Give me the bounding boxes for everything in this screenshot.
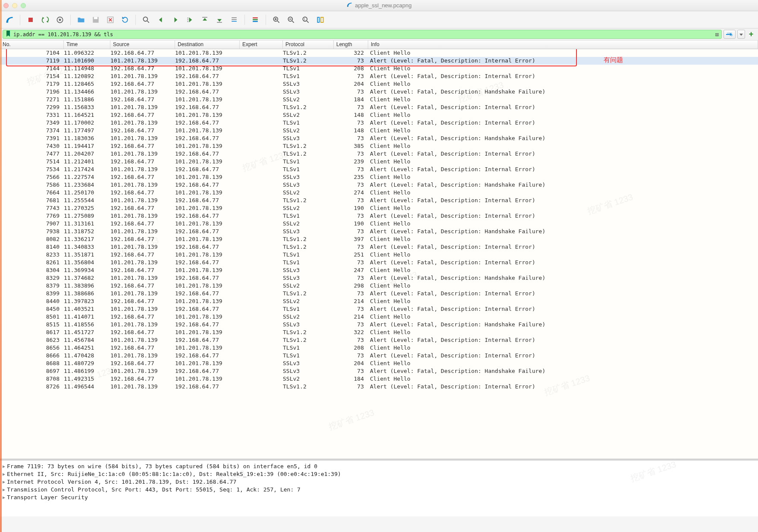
- svg-rect-22: [317, 17, 319, 22]
- filter-add-button[interactable]: +: [747, 30, 755, 39]
- packet-row[interactable]: 719611.134466101.201.78.139192.168.64.77…: [0, 88, 758, 96]
- go-forward-button[interactable]: [169, 14, 182, 26]
- packet-row[interactable]: 766411.250170192.168.64.77101.201.78.139…: [0, 189, 758, 197]
- packet-row[interactable]: 832911.374682101.201.78.139192.168.64.77…: [0, 274, 758, 282]
- packet-row[interactable]: 790711.313161192.168.64.77101.201.78.139…: [0, 220, 758, 228]
- zoom-in-button[interactable]: [270, 14, 282, 26]
- svg-point-2: [59, 19, 61, 21]
- packet-row[interactable]: 830411.369934192.168.64.77101.201.78.139…: [0, 266, 758, 274]
- expand-icon[interactable]: ▶: [1, 487, 7, 492]
- detail-ip[interactable]: ▶Internet Protocol Version 4, Src: 101.2…: [1, 478, 757, 485]
- filter-clear-icon[interactable]: ⊠: [715, 31, 719, 38]
- column-protocol[interactable]: Protocol: [283, 41, 334, 49]
- svg-text:1: 1: [304, 17, 306, 20]
- go-last-button[interactable]: [213, 14, 226, 26]
- packet-row[interactable]: 751411.212401192.168.64.77101.201.78.139…: [0, 158, 758, 166]
- open-file-button[interactable]: [75, 14, 87, 26]
- detail-frame[interactable]: ▶Frame 7119: 73 bytes on wire (584 bits)…: [1, 462, 757, 470]
- find-packet-button[interactable]: [140, 14, 152, 26]
- packet-row[interactable]: 839911.388686101.201.78.139192.168.64.77…: [0, 290, 758, 297]
- packet-row[interactable]: 868811.480729192.168.64.77101.201.78.139…: [0, 360, 758, 367]
- filter-bookmark-icon[interactable]: [6, 31, 11, 38]
- capture-options-button[interactable]: [54, 14, 66, 26]
- packet-row[interactable]: 861711.451727192.168.64.77101.201.78.139…: [0, 329, 758, 336]
- packet-row[interactable]: 862311.456784101.201.78.139192.168.64.77…: [0, 336, 758, 344]
- packet-row[interactable]: 743011.194417192.168.64.77101.201.78.139…: [0, 142, 758, 150]
- packet-row[interactable]: 851511.418556101.201.78.139192.168.64.77…: [0, 321, 758, 329]
- packet-row[interactable]: 739111.183036101.201.78.139192.168.64.77…: [0, 135, 758, 142]
- packet-row[interactable]: 814011.340833101.201.78.139192.168.64.77…: [0, 243, 758, 251]
- column-destination[interactable]: Destination: [175, 41, 240, 49]
- packet-row[interactable]: 727111.151886192.168.64.77101.201.78.139…: [0, 96, 758, 103]
- packet-row[interactable]: 872611.496544101.201.78.139192.168.64.77…: [0, 383, 758, 391]
- packet-row[interactable]: 711911.101690101.201.78.139192.168.64.77…: [0, 57, 758, 65]
- start-capture-button[interactable]: [25, 14, 37, 26]
- expand-icon[interactable]: ▶: [1, 472, 7, 476]
- packet-row[interactable]: 866611.470428101.201.78.139192.168.64.77…: [0, 352, 758, 360]
- packet-row[interactable]: 758611.233684101.201.78.139192.168.64.77…: [0, 181, 758, 189]
- column-no[interactable]: No.: [0, 41, 64, 49]
- packet-row[interactable]: 774311.270325192.168.64.77101.201.78.139…: [0, 204, 758, 212]
- packet-row[interactable]: 776911.275089101.201.78.139192.168.64.77…: [0, 212, 758, 220]
- wireshark-logo-icon[interactable]: [3, 14, 16, 26]
- packet-row[interactable]: 714411.114948192.168.64.77101.201.78.139…: [0, 65, 758, 72]
- column-length[interactable]: Length: [334, 41, 368, 49]
- column-expert[interactable]: Expert: [240, 41, 283, 49]
- expand-icon[interactable]: ▶: [1, 495, 7, 500]
- display-filter-input[interactable]: ip.addr == 101.201.78.139 && tls ⊠: [3, 30, 722, 39]
- packet-row[interactable]: 710411.096322192.168.64.77101.201.78.139…: [0, 49, 758, 57]
- auto-scroll-button[interactable]: [228, 14, 240, 26]
- packet-row[interactable]: 823311.351871192.168.64.77101.201.78.139…: [0, 251, 758, 259]
- zoom-reset-button[interactable]: 1: [300, 14, 312, 26]
- packet-row[interactable]: 837911.383896192.168.64.77101.201.78.139…: [0, 282, 758, 290]
- packet-row[interactable]: 768111.255544101.201.78.139192.168.64.77…: [0, 197, 758, 204]
- restart-capture-button[interactable]: [39, 14, 51, 26]
- column-info[interactable]: Info: [368, 41, 758, 49]
- go-first-button[interactable]: [199, 14, 211, 26]
- expand-icon[interactable]: ▶: [1, 479, 7, 484]
- colorize-button[interactable]: [249, 14, 261, 26]
- packet-row[interactable]: 737411.177497192.168.64.77101.201.78.139…: [0, 127, 758, 135]
- packet-row[interactable]: 793811.318752101.201.78.139192.168.64.77…: [0, 228, 758, 235]
- svg-rect-14: [232, 21, 237, 22]
- packet-row[interactable]: 870811.492315192.168.64.77101.201.78.139…: [0, 375, 758, 383]
- packet-row[interactable]: 753411.217424101.201.78.139192.168.64.77…: [0, 166, 758, 173]
- window-close-button[interactable]: [3, 3, 9, 8]
- filter-apply-button[interactable]: [724, 30, 736, 39]
- packet-row[interactable]: 844011.397823192.168.64.77101.201.78.139…: [0, 297, 758, 305]
- packet-row[interactable]: 808211.336217192.168.64.77101.201.78.139…: [0, 235, 758, 243]
- detail-tls[interactable]: ▶Transport Layer Security: [1, 493, 757, 501]
- packet-row[interactable]: 826111.356804101.201.78.139192.168.64.77…: [0, 259, 758, 266]
- expand-icon[interactable]: ▶: [1, 464, 7, 469]
- window-minimize-button[interactable]: [12, 3, 17, 8]
- packet-row[interactable]: 729911.156833101.201.78.139192.168.64.77…: [0, 103, 758, 111]
- packet-row[interactable]: 865611.464251192.168.64.77101.201.78.139…: [0, 344, 758, 352]
- svg-rect-8: [187, 19, 188, 20]
- column-time[interactable]: Time: [64, 41, 110, 49]
- zoom-out-button[interactable]: [285, 14, 297, 26]
- window-zoom-button[interactable]: [21, 3, 26, 8]
- svg-rect-15: [253, 17, 258, 19]
- close-file-button[interactable]: [104, 14, 116, 26]
- packet-details-pane[interactable]: ▶Frame 7119: 73 bytes on wire (584 bits)…: [0, 460, 758, 516]
- go-back-button[interactable]: [155, 14, 167, 26]
- packet-row[interactable]: 850111.414071192.168.64.77101.201.78.139…: [0, 313, 758, 321]
- packet-row[interactable]: 717911.128465192.168.64.77101.201.78.139…: [0, 80, 758, 88]
- column-source[interactable]: Source: [110, 41, 175, 49]
- packet-row[interactable]: 734911.170002101.201.78.139192.168.64.77…: [0, 119, 758, 127]
- detail-tcp[interactable]: ▶Transmission Control Protocol, Src Port…: [1, 485, 757, 493]
- packet-row[interactable]: 756611.227574192.168.64.77101.201.78.139…: [0, 173, 758, 181]
- packet-row[interactable]: 869711.486199101.201.78.139192.168.64.77…: [0, 367, 758, 375]
- packet-row[interactable]: 747711.204207101.201.78.139192.168.64.77…: [0, 150, 758, 158]
- packet-row[interactable]: 733111.164521192.168.64.77101.201.78.139…: [0, 111, 758, 119]
- go-to-packet-button[interactable]: [184, 14, 196, 26]
- packet-row[interactable]: 845011.403521101.201.78.139192.168.64.77…: [0, 305, 758, 313]
- filter-history-button[interactable]: [737, 30, 745, 39]
- resize-columns-button[interactable]: [314, 14, 326, 26]
- save-file-button[interactable]: [90, 14, 102, 26]
- detail-ethernet[interactable]: ▶Ethernet II, Src: RuijieNe_1c:1a:c0 (80…: [1, 470, 757, 478]
- reload-button[interactable]: [119, 14, 131, 26]
- filter-expression-text: ip.addr == 101.201.78.139 && tls: [13, 31, 113, 38]
- packet-row[interactable]: 715411.120892101.201.78.139192.168.64.77…: [0, 72, 758, 80]
- packet-list[interactable]: 710411.096322192.168.64.77101.201.78.139…: [0, 49, 758, 459]
